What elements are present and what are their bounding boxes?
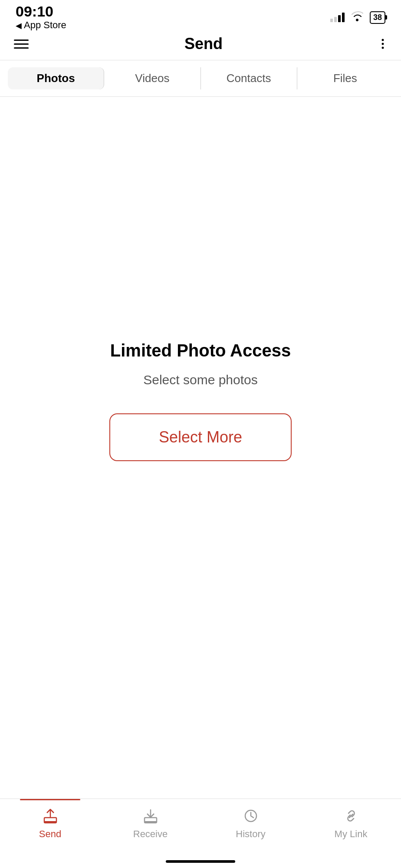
bottom-tab-send[interactable]: Send bbox=[0, 806, 100, 840]
tabs-bar: Photos Videos Contacts Files bbox=[0, 60, 401, 97]
main-content: Limited Photo Access Select some photos … bbox=[0, 97, 401, 705]
bottom-tab-receive-label: Receive bbox=[133, 828, 168, 840]
home-indicator bbox=[166, 860, 235, 863]
tab-contacts[interactable]: Contacts bbox=[201, 67, 297, 89]
menu-button[interactable] bbox=[12, 38, 30, 50]
status-time: 09:10 bbox=[16, 4, 66, 19]
bottom-tab-send-label: Send bbox=[39, 828, 61, 840]
page-title: Send bbox=[184, 35, 223, 53]
wifi-icon bbox=[351, 11, 364, 24]
tab-photos[interactable]: Photos bbox=[8, 67, 104, 89]
status-app-store: App Store bbox=[16, 20, 66, 31]
bottom-tab-mylink[interactable]: My Link bbox=[301, 806, 401, 840]
battery-icon: 38 bbox=[370, 11, 385, 24]
history-icon bbox=[241, 806, 261, 826]
svg-point-1 bbox=[381, 43, 384, 45]
status-right: 38 bbox=[330, 11, 385, 24]
limited-access-subtitle: Select some photos bbox=[143, 373, 257, 387]
send-icon bbox=[40, 806, 60, 826]
signal-icon bbox=[330, 13, 345, 22]
status-bar: 09:10 App Store 38 bbox=[0, 0, 401, 30]
mylink-icon bbox=[341, 806, 361, 826]
tab-videos[interactable]: Videos bbox=[104, 67, 200, 89]
menu-line-3 bbox=[14, 47, 29, 49]
svg-point-2 bbox=[381, 47, 384, 49]
receive-icon bbox=[141, 806, 161, 826]
bottom-tab-history-label: History bbox=[236, 828, 265, 840]
svg-point-0 bbox=[381, 39, 384, 41]
status-left: 09:10 App Store bbox=[16, 4, 66, 31]
more-button[interactable] bbox=[377, 38, 389, 50]
bottom-tab-mylink-label: My Link bbox=[335, 828, 368, 840]
bottom-tab-history[interactable]: History bbox=[200, 806, 301, 840]
select-more-button[interactable]: Select More bbox=[109, 413, 292, 461]
menu-line-2 bbox=[14, 43, 29, 45]
bottom-tab-bar: Send Receive History bbox=[0, 799, 401, 868]
svg-rect-5 bbox=[44, 821, 56, 823]
svg-rect-8 bbox=[145, 821, 157, 823]
menu-line-1 bbox=[14, 40, 29, 41]
header: Send bbox=[0, 30, 401, 60]
limited-access-title: Limited Photo Access bbox=[110, 341, 291, 360]
tab-files[interactable]: Files bbox=[297, 67, 393, 89]
bottom-tab-receive[interactable]: Receive bbox=[100, 806, 200, 840]
